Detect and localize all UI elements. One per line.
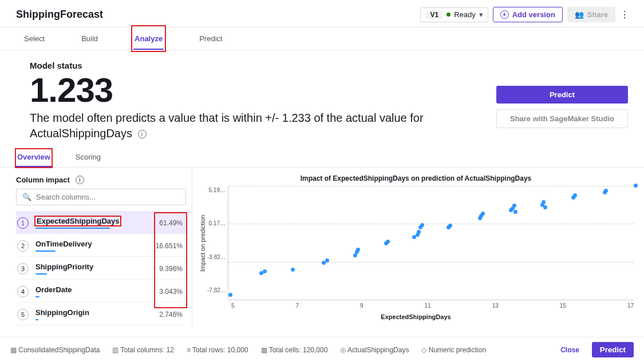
share-label: Share [587, 10, 608, 19]
column-name: ShippingOrigin [35, 308, 151, 320]
column-row[interactable]: 2OnTimeDelivery16.651% [16, 234, 186, 257]
chart-xticks: 57911131517 [198, 300, 634, 309]
tab-predict[interactable]: Predict [198, 27, 223, 50]
data-point [263, 269, 267, 273]
footer-predict-button[interactable]: Predict [592, 342, 634, 357]
content: Column impact i 🔍 1ExpectedShippingDays6… [0, 168, 644, 328]
type-info: ◇ Numeric prediction [421, 346, 485, 354]
column-name: ExpectedShippingDays [35, 217, 151, 229]
status-description: The model often predicts a value that is… [30, 110, 479, 141]
rank-badge: 3 [17, 263, 29, 275]
grid-icon: ▦ [261, 346, 267, 354]
people-icon: 👥 [575, 10, 584, 19]
add-version-button[interactable]: + Add version [493, 7, 563, 22]
cols-info: ▥ Total columns: 12 [112, 346, 174, 354]
column-row[interactable]: 1ExpectedShippingDays61.49% [16, 211, 186, 234]
column-impact-panel: Column impact i 🔍 1ExpectedShippingDays6… [0, 168, 192, 328]
status-dot-icon [447, 13, 451, 17]
column-list: 1ExpectedShippingDays61.49%2OnTimeDelive… [16, 211, 186, 325]
target-info: ◎ ActualShippingDays [340, 346, 409, 354]
column-pct: 9.396% [151, 265, 183, 273]
dataset-info: ▦ ConsolidatedShippingData [10, 346, 100, 354]
search-columns[interactable]: 🔍 [16, 189, 186, 205]
cells-info: ▦ Total cells: 120,000 [261, 346, 328, 354]
search-input[interactable] [36, 193, 180, 201]
data-point [573, 193, 577, 197]
column-impact-heading: Column impact i [16, 176, 186, 184]
column-pct: 3.043% [151, 288, 183, 296]
data-point [634, 184, 638, 188]
data-point [420, 223, 424, 227]
scatter-plot[interactable] [228, 186, 634, 300]
share-button[interactable]: 👥 Share [567, 7, 615, 22]
predict-button[interactable]: Predict [496, 86, 628, 104]
sub-tabs: Overview Scoring [0, 141, 644, 168]
data-point [512, 204, 516, 208]
chart-xlabel: ExpectedShippingDays [198, 313, 634, 320]
data-point [513, 210, 517, 214]
column-row[interactable]: 5ShippingOrigin2.746% [16, 303, 186, 325]
data-point [353, 253, 357, 257]
kebab-menu-icon[interactable]: ⋮ [615, 6, 634, 23]
info-icon[interactable]: i [76, 176, 84, 184]
column-row[interactable]: 4OrderDate3.043% [16, 280, 186, 303]
subtab-scoring[interactable]: Scoring [74, 149, 102, 167]
data-point [417, 230, 421, 234]
rank-badge: 2 [17, 240, 29, 252]
data-point [604, 189, 608, 193]
columns-icon: ▥ [112, 346, 118, 354]
plus-circle-icon: + [500, 10, 509, 19]
data-point [543, 205, 547, 209]
data-point [481, 212, 485, 216]
data-point [228, 293, 232, 297]
column-name: OnTimeDelivery [35, 240, 151, 252]
column-name: OrderDate [35, 285, 151, 297]
tab-select[interactable]: Select [23, 27, 46, 50]
column-row[interactable]: 3ShippingPriority9.396% [16, 257, 186, 280]
chart-ylabel: Impact on prediction [198, 186, 207, 300]
chart-title: Impact of ExpectedShippingDays on predic… [198, 174, 634, 182]
version-label: V1 [425, 10, 443, 19]
add-version-label: Add version [512, 10, 555, 19]
rank-badge: 1 [17, 217, 29, 229]
status-heading: Model status [30, 61, 479, 70]
version-selector[interactable]: V1 Ready ▾ [420, 7, 488, 22]
close-button[interactable]: Close [560, 346, 579, 354]
subtab-overview[interactable]: Overview [16, 149, 52, 167]
page-title: ShippingForecast [16, 9, 420, 21]
type-icon: ◇ [421, 346, 426, 354]
column-name: ShippingPriority [35, 262, 151, 275]
rows-icon: ≡ [187, 346, 191, 354]
data-point [386, 240, 390, 244]
rows-info: ≡ Total rows: 10,000 [187, 346, 248, 354]
rank-badge: 4 [17, 286, 29, 297]
target-icon: ◎ [340, 346, 346, 354]
info-icon[interactable]: i [138, 130, 147, 138]
data-point [542, 200, 546, 204]
chart-panel: Impact of ExpectedShippingDays on predic… [192, 168, 644, 328]
chevron-down-icon: ▾ [479, 10, 483, 19]
status-section: Model status 1.233 The model often predi… [0, 50, 644, 141]
column-pct: 2.746% [151, 311, 183, 319]
tab-build[interactable]: Build [80, 27, 99, 50]
data-point [448, 224, 452, 228]
tab-analyze[interactable]: Analyze [133, 27, 164, 50]
rank-badge: 5 [17, 309, 29, 320]
column-pct: 61.49% [151, 219, 183, 227]
status-text: Ready [454, 10, 476, 19]
data-point [291, 268, 295, 272]
share-studio-button[interactable]: Share with SageMaker Studio [496, 109, 628, 128]
status-metric: 1.233 [30, 71, 479, 109]
table-icon: ▦ [10, 346, 17, 354]
header: ShippingForecast V1 Ready ▾ + Add versio… [0, 0, 644, 27]
data-point [356, 248, 360, 252]
column-pct: 16.651% [151, 242, 183, 250]
main-tabs: Select Build Analyze Predict [0, 27, 644, 50]
chart-yticks: 5.19…0.17…-3.82…-7.82… [207, 186, 228, 300]
footer: ▦ ConsolidatedShippingData ▥ Total colum… [0, 337, 644, 362]
search-icon: 🔍 [22, 193, 31, 201]
